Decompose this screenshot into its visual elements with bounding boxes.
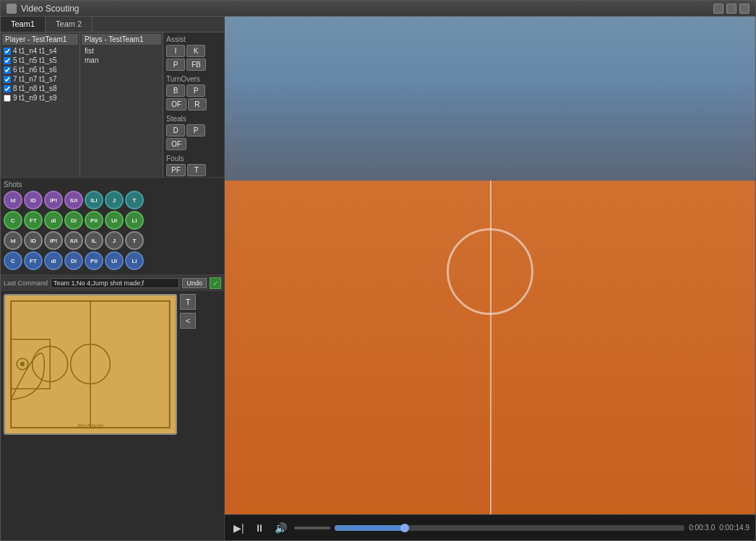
- close-button[interactable]: [739, 4, 749, 14]
- shot-btn-Ul-blue[interactable]: Ul: [105, 251, 124, 270]
- last-command-text: Team 1;No 4;Jump shot made;f: [51, 278, 179, 288]
- player-checkbox-1[interactable]: [4, 48, 11, 55]
- last-command-label: Last Command: [4, 280, 48, 287]
- court-btn-T[interactable]: T: [180, 294, 196, 310]
- volume-slider[interactable]: [294, 527, 330, 529]
- shot-btn-J-teal[interactable]: J: [105, 191, 124, 209]
- shot-btn-ld-gray[interactable]: ld: [4, 231, 22, 250]
- shot-btn-C-blue[interactable]: C: [4, 251, 22, 270]
- shot-btn-FT-blue[interactable]: FT: [24, 251, 43, 270]
- list-item[interactable]: fist: [82, 46, 161, 56]
- play-pause-button[interactable]: ▶|: [231, 521, 247, 535]
- player-checkbox-6[interactable]: [4, 95, 11, 102]
- turnovers-buttons: B P OF R: [166, 85, 221, 111]
- turnover-btn-R[interactable]: R: [188, 98, 207, 111]
- player-checkbox-2[interactable]: [4, 57, 11, 64]
- steal-btn-D[interactable]: D: [166, 124, 185, 137]
- shot-btn-Ll-green[interactable]: Ll: [125, 211, 144, 230]
- list-item: 6 t1_n6 t1_s6: [2, 65, 78, 74]
- steal-btn-P[interactable]: P: [186, 124, 205, 137]
- shot-btn-FT-green[interactable]: FT: [24, 211, 43, 230]
- foul-btn-T[interactable]: T: [187, 164, 206, 176]
- steals-buttons: D P OF: [166, 124, 221, 150]
- title-bar: Video Scouting: [1, 1, 755, 17]
- app-title: Video Scouting: [21, 4, 713, 14]
- player-label: 7 t1_n7 t1_s7: [13, 75, 57, 83]
- foul-btn-PF[interactable]: PF: [166, 164, 186, 176]
- shot-btn-Ll-blue[interactable]: Ll: [125, 251, 144, 270]
- shot-btn-lPl-gray[interactable]: lPl: [44, 231, 63, 250]
- court-side-buttons: T <: [180, 294, 196, 329]
- players-header: Player - TestTeam1: [2, 34, 78, 45]
- shot-btn-lL-gray[interactable]: lL: [85, 231, 103, 250]
- shot-btn-dl-blue[interactable]: dl: [44, 251, 63, 270]
- shot-btn-lUl-gray[interactable]: lUl: [64, 231, 83, 250]
- shot-btn-Pll-blue[interactable]: Pll: [85, 251, 103, 270]
- player-label: 5 t1_n5 t1_s5: [13, 56, 57, 64]
- list-item[interactable]: man: [82, 56, 161, 65]
- basketball-court[interactable]: ProShots: [4, 294, 177, 435]
- shot-btn-lD-gray[interactable]: lD: [24, 231, 43, 250]
- maximize-button[interactable]: [726, 4, 736, 14]
- tab-bar: Team1 Team 2: [1, 17, 224, 33]
- shot-btn-lPl-purple[interactable]: lPl: [44, 191, 63, 209]
- turnover-btn-B[interactable]: B: [166, 85, 185, 97]
- shot-btn-ld-purple[interactable]: ld: [4, 191, 22, 209]
- shot-btn-dl-green[interactable]: dl: [44, 211, 63, 230]
- shot-btn-T-teal[interactable]: T: [125, 191, 144, 209]
- confirm-icon[interactable]: ✓: [210, 277, 221, 289]
- fouls-label: Fouls: [166, 155, 221, 163]
- shots-row-4: C FT dl Dl Pll Ul Ll: [4, 251, 221, 270]
- list-item: 8 t1_n8 t1_s8: [2, 84, 78, 93]
- svg-point-7: [20, 362, 25, 366]
- assist-btn-P[interactable]: P: [166, 59, 185, 71]
- assist-btn-I[interactable]: I: [166, 45, 185, 57]
- assist-section: Assist I K P FB: [166, 35, 221, 71]
- shots-row-2: C FT dl Dl Pll Ul Ll: [4, 211, 221, 230]
- shot-btn-Dl-green[interactable]: Dl: [64, 211, 83, 230]
- player-label: 6 t1_n6 t1_s6: [13, 66, 57, 74]
- fouls-buttons: PF T ON: [166, 164, 221, 177]
- shot-btn-lLl-teal[interactable]: lLl: [85, 191, 103, 209]
- player-checkbox-4[interactable]: [4, 76, 11, 83]
- assist-btn-K[interactable]: K: [186, 45, 205, 57]
- turnovers-section: TurnOvers B P OF R: [166, 75, 221, 111]
- turnover-btn-OF[interactable]: OF: [166, 98, 186, 111]
- shot-btn-lD-purple[interactable]: lD: [24, 191, 43, 209]
- list-item: 4 t1_n4 t1_s4: [2, 46, 78, 56]
- tab-team2[interactable]: Team 2: [46, 17, 93, 32]
- assist-btn-FB[interactable]: FB: [186, 59, 206, 71]
- shot-btn-J-gray[interactable]: J: [105, 231, 124, 250]
- player-checkbox-5[interactable]: [4, 85, 11, 92]
- tab-team1[interactable]: Team1: [1, 17, 46, 32]
- video-background: [225, 17, 755, 514]
- main-content: Team1 Team 2 Player - TestTeam1 4 t1_n4 …: [1, 17, 755, 540]
- shot-btn-C-green[interactable]: C: [4, 211, 22, 230]
- player-checkbox-3[interactable]: [4, 66, 11, 74]
- shot-btn-Ul-green[interactable]: Ul: [105, 211, 124, 230]
- assist-label: Assist: [166, 35, 221, 43]
- last-command-bar: Last Command Team 1;No 4;Jump shot made;…: [1, 274, 224, 291]
- fouls-section: Fouls PF T ON: [166, 155, 221, 177]
- player-label: 4 t1_n4 t1_s4: [13, 47, 57, 55]
- shot-btn-Pll-green[interactable]: Pll: [85, 211, 103, 230]
- actions-column: Assist I K P FB TurnOvers B P: [163, 33, 224, 177]
- total-time: 0:00:14.9: [719, 524, 749, 532]
- player-label: 9 t1_n9 t1_s9: [13, 94, 57, 102]
- volume-button[interactable]: 🔊: [272, 521, 290, 535]
- stop-button[interactable]: ⏸: [252, 521, 267, 535]
- steal-btn-OF[interactable]: OF: [166, 138, 186, 150]
- shot-btn-lUl-purple[interactable]: lUl: [64, 191, 83, 209]
- progress-bar[interactable]: [335, 525, 684, 531]
- list-item: 9 t1_n9 t1_s9: [2, 93, 78, 103]
- shot-btn-Dl-blue[interactable]: Dl: [64, 251, 83, 270]
- plays-header: Plays - TestTeam1: [82, 34, 161, 45]
- undo-button[interactable]: Undo: [182, 278, 207, 288]
- top-section: Player - TestTeam1 4 t1_n4 t1_s4 5 t1_n5…: [1, 33, 224, 177]
- shot-btn-T-gray[interactable]: T: [125, 231, 144, 250]
- court-section: ProShots T <: [1, 291, 224, 540]
- court-btn-back[interactable]: <: [180, 313, 196, 329]
- minimize-button[interactable]: [713, 4, 723, 14]
- turnover-btn-P[interactable]: P: [186, 85, 205, 97]
- shots-row-3: ld lD lPl lUl lL J T: [4, 231, 221, 250]
